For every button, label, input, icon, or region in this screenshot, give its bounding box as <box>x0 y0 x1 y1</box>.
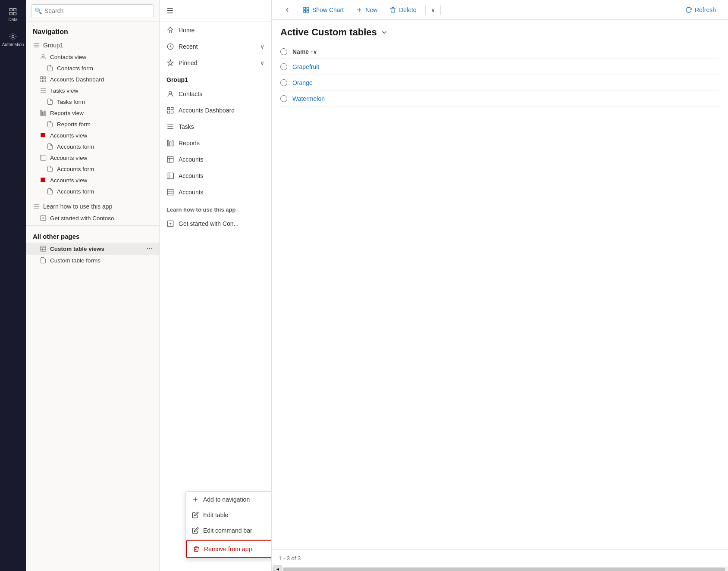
svg-rect-52 <box>304 7 306 9</box>
svg-rect-54 <box>304 10 306 12</box>
refresh-button[interactable]: Refresh <box>680 4 721 16</box>
new-button[interactable]: New <box>351 4 383 16</box>
delete-button[interactable]: Delete <box>384 4 421 16</box>
svg-rect-46 <box>167 189 173 195</box>
menu-panel: ☰ Home Recent ∨ Pinned ∨ Group1 Contacts… <box>160 0 272 571</box>
nav-contacts-form[interactable]: Contacts form <box>26 62 159 74</box>
svg-rect-34 <box>171 111 173 113</box>
scroll-left[interactable]: ◄ <box>273 565 282 571</box>
nav-panel: 🔍 Navigation Group1 Contacts view Contac… <box>26 0 160 571</box>
svg-point-30 <box>169 91 172 94</box>
title-text: Active Custom tables <box>280 27 377 38</box>
context-add-navigation[interactable]: Add to navigation <box>186 492 272 507</box>
row-watermelon[interactable]: Watermelon <box>292 95 325 102</box>
svg-rect-25 <box>41 246 46 251</box>
svg-rect-0 <box>10 9 13 11</box>
show-chart-button[interactable]: Show Chart <box>298 4 349 16</box>
list-header: Name ↑∨ <box>280 45 719 59</box>
main-footer: 1 - 3 of 3 <box>272 549 728 567</box>
menu-pinned[interactable]: Pinned ∨ <box>160 55 271 71</box>
automation-label: Automation <box>2 42 24 47</box>
sidebar-data-icon[interactable]: Data <box>3 4 23 25</box>
svg-rect-32 <box>171 107 173 109</box>
row-radio-1[interactable] <box>280 63 287 70</box>
menu-contacts[interactable]: Contacts <box>160 86 271 102</box>
refresh-label: Refresh <box>695 6 716 13</box>
svg-point-4 <box>12 36 14 38</box>
menu-accounts-3[interactable]: Accounts <box>160 184 271 200</box>
menu-learn-title: Learn how to use this app <box>160 200 271 215</box>
svg-rect-19 <box>40 155 46 160</box>
icon-sidebar: Data Automation <box>0 0 26 571</box>
search-input[interactable] <box>31 4 154 17</box>
main-body: Active Custom tables Name ↑∨ Grapefruit … <box>272 20 728 549</box>
delete-label: Delete <box>399 6 416 13</box>
svg-rect-9 <box>41 77 43 79</box>
nav-accounts-form-3[interactable]: Accounts form <box>26 186 159 197</box>
nav-accounts-view-3[interactable]: Accounts view <box>26 175 159 186</box>
scroll-track[interactable] <box>283 568 725 571</box>
row-orange[interactable]: Orange <box>292 79 313 86</box>
data-label: Data <box>8 17 17 22</box>
dropdown-chevron[interactable]: ∨ <box>429 4 437 16</box>
name-column-header: Name ↑∨ <box>292 48 317 55</box>
nav-search-area: 🔍 <box>26 0 159 22</box>
row-radio-3[interactable] <box>280 95 287 102</box>
separator <box>425 5 426 15</box>
sidebar-automation-icon[interactable]: Automation <box>3 29 23 50</box>
menu-reports[interactable]: Reports <box>160 135 271 151</box>
hamburger-icon[interactable]: ☰ <box>166 6 173 16</box>
svg-rect-12 <box>44 80 46 82</box>
svg-rect-10 <box>44 77 46 79</box>
main-title: Active Custom tables <box>280 27 719 38</box>
menu-recent[interactable]: Recent ∨ <box>160 38 271 55</box>
svg-point-8 <box>42 55 44 57</box>
svg-rect-17 <box>43 112 44 115</box>
nav-accounts-form-2[interactable]: Accounts form <box>26 163 159 175</box>
nav-reports-form[interactable]: Reports form <box>26 119 159 130</box>
menu-home[interactable]: Home <box>160 22 271 38</box>
row-radio-2[interactable] <box>280 79 287 86</box>
nav-accounts-view-1[interactable]: Accounts view <box>26 130 159 141</box>
header-radio[interactable] <box>280 48 287 55</box>
search-icon: 🔍 <box>35 7 42 14</box>
svg-rect-38 <box>167 140 169 146</box>
scrollbar[interactable]: ◄ <box>272 567 728 571</box>
context-edit-command-bar[interactable]: Edit command bar | › <box>186 523 272 538</box>
menu-accounts-1[interactable]: Accounts <box>160 151 271 168</box>
nav-get-started[interactable]: Get started with Contoso... <box>26 212 159 224</box>
svg-rect-18 <box>44 111 46 115</box>
svg-rect-53 <box>307 7 309 9</box>
nav-accounts-dashboard[interactable]: Accounts Dashboard <box>26 74 159 85</box>
nav-learn-header: Learn how to use this app <box>26 200 159 212</box>
context-edit-table[interactable]: Edit table | › <box>186 507 272 523</box>
svg-rect-39 <box>170 142 171 146</box>
group1-label: Group1 <box>43 42 63 49</box>
pagination-text: 1 - 3 of 3 <box>279 555 301 562</box>
sort-icon[interactable]: ↑∨ <box>311 49 317 55</box>
menu-accounts-dashboard[interactable]: Accounts Dashboard <box>160 102 271 119</box>
nav-custom-table-forms[interactable]: Custom table forms <box>26 255 159 266</box>
nav-tasks-form[interactable]: Tasks form <box>26 96 159 107</box>
nav-custom-table-views[interactable]: Custom table views ··· <box>26 243 159 255</box>
back-button[interactable] <box>279 4 296 16</box>
nav-accounts-form-1[interactable]: Accounts form <box>26 141 159 152</box>
three-dots-icon[interactable]: ··· <box>147 245 152 253</box>
svg-rect-44 <box>167 173 174 179</box>
menu-tasks[interactable]: Tasks <box>160 119 271 135</box>
nav-accounts-view-2[interactable]: Accounts view <box>26 152 159 163</box>
svg-rect-16 <box>41 110 42 115</box>
menu-panel-header: ☰ <box>160 0 271 22</box>
show-chart-label: Show Chart <box>312 6 344 13</box>
svg-rect-3 <box>14 12 16 15</box>
list-row: Watermelon <box>280 91 719 107</box>
list-row: Grapefruit <box>280 59 719 75</box>
nav-contacts-view[interactable]: Contacts view <box>26 51 159 62</box>
nav-reports-view[interactable]: Reports view <box>26 107 159 119</box>
nav-tasks-view[interactable]: Tasks view <box>26 85 159 96</box>
svg-rect-40 <box>172 141 173 146</box>
context-remove-from-app[interactable]: Remove from app <box>186 540 272 558</box>
menu-get-started[interactable]: Get started with Con... <box>160 215 271 232</box>
menu-accounts-2[interactable]: Accounts <box>160 168 271 184</box>
row-grapefruit[interactable]: Grapefruit <box>292 63 319 70</box>
